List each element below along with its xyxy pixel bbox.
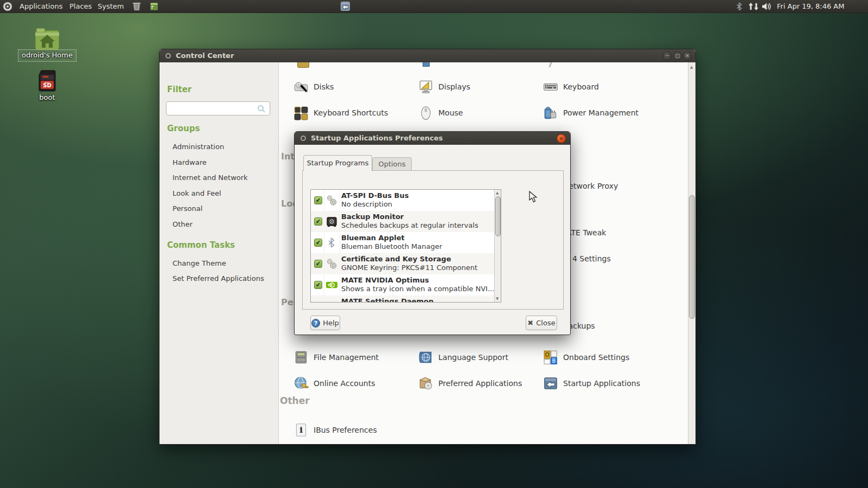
- sidebar-item-hardware[interactable]: Hardware: [173, 158, 207, 166]
- list-item[interactable]: Blueman Applet Blueman Bluetooth Manager: [311, 232, 501, 253]
- startup-programs-list[interactable]: AT-SPI D-Bus Bus No description Backup M…: [310, 189, 501, 303]
- cc-item-file-management[interactable]: File Management: [293, 350, 379, 365]
- displays-icon: [418, 79, 433, 94]
- minimize-button[interactable]: ─: [663, 52, 672, 60]
- list-item[interactable]: Backup Monitor Schedules backups at regu…: [311, 211, 501, 232]
- program-name: Blueman Applet: [341, 234, 405, 242]
- help-button[interactable]: ? Help: [310, 316, 340, 330]
- cc-item-language-support[interactable]: Language Support: [418, 350, 508, 365]
- program-name: MATE Settings Daemon: [341, 297, 433, 303]
- cc-item-power-management[interactable]: Power Management: [543, 105, 639, 120]
- startup-applications-icon: [543, 376, 558, 391]
- control-center-titlebar[interactable]: Control Center ─ □ ✕: [159, 49, 695, 62]
- bluetooth-icon: [326, 236, 338, 249]
- maximize-button[interactable]: □: [673, 52, 682, 60]
- control-center-sidebar: Filter Groups Administration Hardware In…: [159, 62, 279, 444]
- cc-item-label: Preferred Applications: [438, 379, 522, 388]
- program-name: Certificate and Key Storage: [341, 255, 451, 263]
- checkbox-checked[interactable]: [314, 239, 322, 247]
- scroll-up-arrow[interactable]: ▲: [690, 65, 693, 69]
- trash-launcher-icon[interactable]: [132, 2, 142, 11]
- window-icon: [165, 53, 171, 59]
- sidebar-item-administration[interactable]: Administration: [173, 143, 224, 151]
- ibus-preferences-icon: i: [293, 422, 309, 438]
- sidebar-task-preferred-apps[interactable]: Set Preferred Applications: [173, 274, 264, 282]
- cc-item-label: Network Proxy: [563, 182, 618, 190]
- home-folder-icon[interactable]: [34, 27, 60, 52]
- tab-options[interactable]: Options: [372, 157, 412, 171]
- disks-icon: [293, 79, 309, 94]
- volume-status-icon[interactable]: [762, 2, 771, 11]
- nvidia-icon: [326, 279, 338, 291]
- program-name: AT-SPI D-Bus Bus: [341, 191, 409, 200]
- svg-text:i: i: [299, 425, 303, 435]
- window-icon: [301, 136, 306, 141]
- program-desc: GNOME Keyring: PKCS#11 Component: [341, 264, 477, 272]
- dialog-title: Startup Applications Preferences: [311, 134, 443, 142]
- filter-search-input[interactable]: [166, 101, 270, 115]
- mate-menu-icon[interactable]: [3, 2, 12, 11]
- panel-clock[interactable]: Fri Apr 19, 8:46 AM: [777, 0, 844, 13]
- backup-safe-icon: [326, 215, 338, 228]
- cc-item-label: Startup Applications: [563, 379, 640, 388]
- network-status-icon[interactable]: [748, 3, 759, 10]
- bluetooth-status-icon[interactable]: [736, 2, 742, 11]
- checkbox-checked[interactable]: [314, 196, 322, 204]
- program-desc: Schedules backups at regular intervals: [341, 221, 478, 229]
- sidebar-item-personal[interactable]: Personal: [173, 204, 202, 213]
- sidebar-item-internet[interactable]: Internet and Network: [173, 174, 248, 182]
- checkbox-checked[interactable]: [314, 217, 322, 226]
- list-item[interactable]: AT-SPI D-Bus Bus No description: [311, 190, 501, 211]
- sidebar-item-other[interactable]: Other: [173, 220, 193, 228]
- program-desc: Blueman Bluetooth Manager: [341, 242, 442, 251]
- window-scrollbar-thumb[interactable]: [689, 195, 695, 319]
- window-scrollbar[interactable]: ▲: [688, 62, 695, 444]
- checkbox-checked[interactable]: [314, 260, 322, 268]
- list-item[interactable]: Certificate and Key Storage GNOME Keyrin…: [311, 253, 501, 274]
- dialog-close-icon[interactable]: ✕: [557, 134, 566, 143]
- gears-icon: [326, 194, 338, 207]
- cc-item-onboard-settings[interactable]: O B Onboard Settings: [543, 350, 629, 365]
- sidebar-task-change-theme[interactable]: Change Theme: [173, 259, 226, 267]
- cc-item-mouse[interactable]: Mouse: [418, 105, 463, 120]
- scroll-up-arrow[interactable]: ▲: [496, 191, 499, 195]
- language-support-icon: [418, 350, 433, 365]
- cc-item-keyboard-shortcuts[interactable]: Keyboard Shortcuts: [293, 105, 388, 120]
- close-button[interactable]: ✕: [683, 52, 692, 60]
- desktop-icon-home-label[interactable]: odroid's Home: [4, 51, 91, 59]
- cc-item-label: Displays: [438, 82, 470, 91]
- list-scrollbar-thumb[interactable]: [495, 196, 501, 236]
- cc-item-preferred-applications[interactable]: Preferred Applications: [418, 376, 522, 391]
- list-item-partial[interactable]: MATE Settings Daemon: [311, 296, 501, 303]
- scroll-down-arrow[interactable]: ▼: [496, 297, 499, 301]
- cc-item-startup-applications[interactable]: Startup Applications: [543, 376, 640, 391]
- cc-item-ibus-preferences[interactable]: i IBus Preferences: [293, 422, 377, 438]
- sidebar-item-lookfeel[interactable]: Look and Feel: [173, 189, 221, 197]
- mouse-cursor: [529, 191, 539, 203]
- list-item[interactable]: MATE NVIDIA Optimus Shows a tray icon wh…: [311, 274, 501, 296]
- program-name: MATE NVIDIA Optimus: [341, 276, 429, 284]
- checkbox-checked[interactable]: [314, 302, 322, 303]
- tab-startup-programs[interactable]: Startup Programs: [303, 155, 372, 171]
- cc-item-disks[interactable]: Disks: [293, 79, 334, 94]
- gears-icon: [326, 258, 338, 270]
- terminal-launcher-icon[interactable]: [149, 2, 159, 11]
- menu-applications[interactable]: Applications: [16, 0, 66, 13]
- window-list-startup-icon[interactable]: [341, 2, 350, 11]
- program-name: Backup Monitor: [341, 213, 404, 221]
- menu-places[interactable]: Places: [66, 0, 95, 13]
- checkbox-checked[interactable]: [314, 281, 322, 289]
- cc-item-keyboard[interactable]: Keyboard: [543, 79, 599, 94]
- cc-item-label: Power Management: [563, 108, 639, 117]
- mouse-icon: [418, 105, 433, 120]
- program-desc: Shows a tray icon when a compatible NVI.…: [341, 285, 494, 293]
- cc-item-displays[interactable]: Displays: [418, 79, 470, 94]
- desktop-icon-boot-label[interactable]: boot: [4, 93, 91, 101]
- list-scrollbar[interactable]: ▲ ▼: [494, 190, 501, 302]
- close-dialog-button[interactable]: ✖ Close: [526, 316, 557, 330]
- dialog-titlebar[interactable]: Startup Applications Preferences ✕: [295, 132, 570, 145]
- cc-item-online-accounts[interactable]: Online Accounts: [293, 376, 375, 391]
- menu-system[interactable]: System: [94, 0, 127, 13]
- boot-sdcard-icon[interactable]: SD MMC: [38, 69, 56, 92]
- online-accounts-icon: [293, 376, 309, 391]
